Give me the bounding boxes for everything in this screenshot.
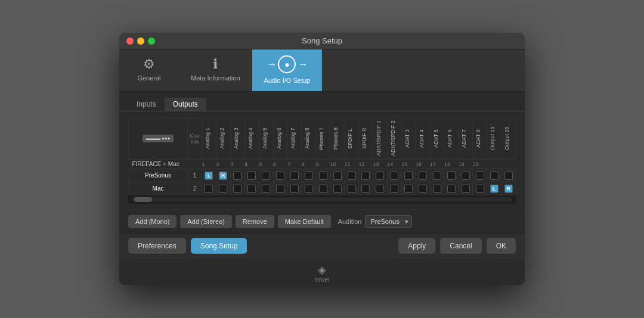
matrix-scroll[interactable]: ▬▬▬ ●●● Cuemix Analog 1 Analog 2 Analog … xyxy=(128,117,516,195)
row2-cell-3[interactable] xyxy=(230,182,244,195)
col-header-5: Analog 5 xyxy=(259,118,273,160)
info-icon: ℹ xyxy=(213,58,218,71)
row2-cell-4[interactable] xyxy=(244,182,259,195)
row2-cell-1[interactable] xyxy=(202,182,216,195)
row1-cell-19[interactable] xyxy=(459,169,473,182)
maximize-button[interactable] xyxy=(148,38,155,45)
row1-cell-14[interactable] xyxy=(387,169,401,182)
row2-cell-8[interactable] xyxy=(302,182,316,195)
close-button[interactable] xyxy=(126,38,134,45)
row1-cell-3[interactable] xyxy=(230,169,244,182)
apply-button[interactable]: Apply xyxy=(398,238,435,254)
bottom-controls: Add (Mono) Add (Stereo) Remove Make Defa… xyxy=(119,210,525,233)
col-header-11: SPDIF L xyxy=(345,118,359,160)
row2-cell-15[interactable] xyxy=(401,182,416,195)
row1-cell-16[interactable] xyxy=(416,169,430,182)
row1-cell-4[interactable] xyxy=(244,169,259,182)
col-header-4: Analog 4 xyxy=(244,118,259,160)
circle-icon: ● xyxy=(278,55,296,73)
row1-cell-8[interactable] xyxy=(302,169,316,182)
col-header-13: ADAT/SPDIF 1 xyxy=(373,118,387,160)
row2-device: Mac xyxy=(129,182,188,195)
io-matrix: ▬▬▬ ●●● Cuemix Analog 1 Analog 2 Analog … xyxy=(128,117,516,195)
audition-select-wrap: PreSonus Mac xyxy=(365,215,412,228)
row2-cell-2[interactable] xyxy=(216,182,230,195)
col-header-15: ADAT 3 xyxy=(401,118,416,160)
row2-cell-21[interactable]: L xyxy=(487,182,501,195)
cue-mix-header: Cuemix xyxy=(188,118,202,160)
window-title: Song Setup xyxy=(302,36,342,45)
row1-cell-11[interactable] xyxy=(345,169,359,182)
row2-cell-19[interactable] xyxy=(459,182,473,195)
table-row: PreSonus 1 L R xyxy=(129,169,516,182)
row2-num: 2 xyxy=(188,182,202,195)
row1-cell-1[interactable]: L xyxy=(202,169,216,182)
audio-io-icon: → ● → xyxy=(266,55,308,73)
row1-cell-20[interactable] xyxy=(473,169,487,182)
row2-cell-20[interactable] xyxy=(473,182,487,195)
row1-cell-5[interactable] xyxy=(259,169,273,182)
add-mono-button[interactable]: Add (Mono) xyxy=(128,215,177,228)
row1-cell-18[interactable] xyxy=(444,169,459,182)
col-header-9: Phones 7 xyxy=(316,118,330,160)
row2-cell-22[interactable]: R xyxy=(501,182,516,195)
content-area: Inputs Outputs ▬▬▬ ●●● Cuemix xyxy=(119,92,525,233)
remove-button[interactable]: Remove xyxy=(236,215,274,228)
row2-cell-13[interactable] xyxy=(373,182,387,195)
tab-meta[interactable]: ℹ Meta Information xyxy=(179,49,252,91)
tabs-bar: ⚙ General ℹ Meta Information → ● → Audio… xyxy=(119,49,525,92)
device-name: FIREFACE + Mac xyxy=(129,160,188,169)
row1-cell-12[interactable] xyxy=(358,169,373,182)
row1-cell-17[interactable] xyxy=(430,169,444,182)
col-header-7: Analog 7 xyxy=(287,118,302,160)
watermark-icon: ◈ xyxy=(119,263,525,276)
col-header-10: Phones 8 xyxy=(330,118,345,160)
add-stereo-button[interactable]: Add (Stereo) xyxy=(180,215,231,228)
col-header-19: ADAT 7 xyxy=(459,118,473,160)
row1-cell-7[interactable] xyxy=(287,169,302,182)
row1-cell-21[interactable] xyxy=(487,169,501,182)
song-setup-button[interactable]: Song Setup xyxy=(191,238,247,254)
row2-cell-18[interactable] xyxy=(444,182,459,195)
tab-general-label: General xyxy=(137,74,160,82)
row2-cell-10[interactable] xyxy=(330,182,345,195)
tab-audio-label: Audio I/O Setup xyxy=(264,77,311,84)
ok-button[interactable]: OK xyxy=(487,238,516,254)
row2-cell-7[interactable] xyxy=(287,182,302,195)
sub-tab-outputs[interactable]: Outputs xyxy=(165,98,206,111)
row1-cell-9[interactable] xyxy=(316,169,330,182)
row2-cell-12[interactable] xyxy=(358,182,373,195)
tab-general[interactable]: ⚙ General xyxy=(119,49,179,91)
watermark-brand: liswei xyxy=(315,276,329,283)
row2-cell-14[interactable] xyxy=(387,182,401,195)
matrix-area: ▬▬▬ ●●● Cuemix Analog 1 Analog 2 Analog … xyxy=(128,117,516,204)
h-scrollbar[interactable] xyxy=(128,195,516,204)
row1-cell-22[interactable] xyxy=(501,169,516,182)
minimize-button[interactable] xyxy=(137,38,144,45)
scroll-track xyxy=(132,197,512,202)
row2-cell-17[interactable] xyxy=(430,182,444,195)
row2-cell-11[interactable] xyxy=(345,182,359,195)
col-header-2: Analog 2 xyxy=(216,118,230,160)
row2-cell-16[interactable] xyxy=(416,182,430,195)
row1-cell-6[interactable] xyxy=(273,169,287,182)
sub-tab-inputs[interactable]: Inputs xyxy=(128,98,165,111)
row2-cell-5[interactable] xyxy=(259,182,273,195)
cancel-button[interactable]: Cancel xyxy=(440,238,481,254)
row1-cell-10[interactable] xyxy=(330,169,345,182)
device-header: ▬▬▬ ●●● xyxy=(129,118,188,160)
row1-cell-2[interactable]: R xyxy=(216,169,230,182)
row2-cell-6[interactable] xyxy=(273,182,287,195)
col-header-6: Analog 6 xyxy=(273,118,287,160)
col-header-20: ADAT 8 xyxy=(473,118,487,160)
row1-device: PreSonus xyxy=(129,169,188,182)
tab-audio[interactable]: → ● → Audio I/O Setup xyxy=(252,49,323,91)
audition-select[interactable]: PreSonus Mac xyxy=(365,215,412,228)
make-default-button[interactable]: Make Default xyxy=(278,215,331,228)
row1-cell-13[interactable] xyxy=(373,169,387,182)
col-header-12: SPDIF R xyxy=(358,118,373,160)
preferences-button[interactable]: Preferences xyxy=(128,238,186,254)
col-header-16: ADAT 4 xyxy=(416,118,430,160)
row2-cell-9[interactable] xyxy=(316,182,330,195)
row1-cell-15[interactable] xyxy=(401,169,416,182)
